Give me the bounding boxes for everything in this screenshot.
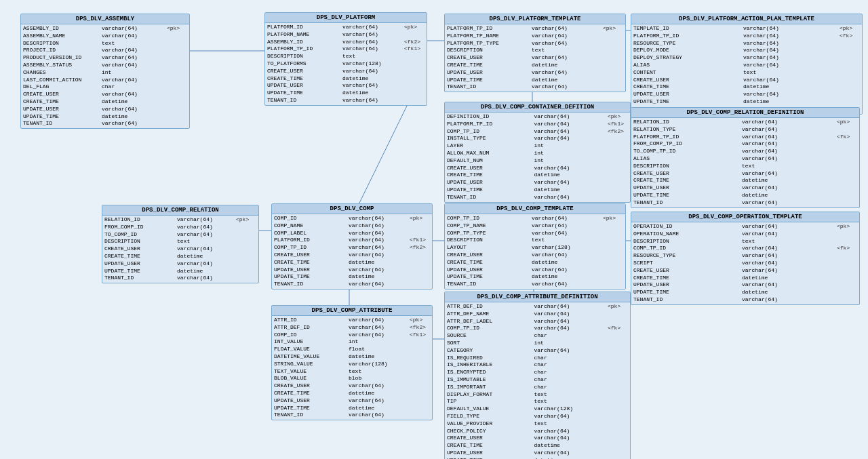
table-title-platform-template: DPS_DLV_PLATFORM_TEMPLATE xyxy=(445,14,625,24)
table-row: SCRIPTvarchar(64) xyxy=(633,260,857,267)
table-row: TENANT_IDvarchar(64) xyxy=(267,97,425,104)
table-row: DEFAULT_VALUEvarchar(128) xyxy=(447,405,628,413)
table-body-comp-attribute: ATTR_IDvarchar(64)<pk> ATTR_DEF_IDvarcha… xyxy=(272,316,432,420)
table-row: COMP_TP_IDvarchar(64)<fk> xyxy=(447,325,628,332)
table-row: CREATE_TIMEdatetime xyxy=(633,177,857,184)
table-row: CREATE_USERvarchar(64) xyxy=(633,77,860,84)
table-row: COMP_TP_IDvarchar(64)<fk2> xyxy=(274,244,430,252)
table-row: CREATE_USERvarchar(64) xyxy=(447,435,628,442)
table-body-comp-operation: OPERATION_IDvarchar(64)<pk> OPERATION_NA… xyxy=(631,222,859,304)
table-row: TO_COMP_TP_IDvarchar(64) xyxy=(633,148,857,155)
table-row: CREATE_TIMEdatetime xyxy=(633,275,857,282)
table-row: OPERATION_NAMEvarchar(64) xyxy=(633,231,857,238)
table-row: CREATE_TIMEdatetime xyxy=(274,390,430,397)
table-row: LAYOUTvarchar(128) xyxy=(447,244,623,252)
table-row: CREATE_TIMEdatetime xyxy=(633,83,860,91)
diagram-canvas: DPS_DLV_ASSEMBLY ASSEMBLY_IDvarchar(64)<… xyxy=(0,0,868,459)
table-row: DESCRIPTIONtext xyxy=(104,238,256,245)
table-row: OPERATION_IDvarchar(64)<pk> xyxy=(633,223,857,231)
table-row: ALIASvarchar(64) xyxy=(633,155,857,163)
table-body-assembly: ASSEMBLY_IDvarchar(64)<pk> ASSEMBLY_NAME… xyxy=(21,24,189,128)
table-row: CREATE_USERvarchar(64) xyxy=(23,91,187,98)
table-comp-template: DPS_DLV_COMP_TEMPLATE COMP_TP_IDvarchar(… xyxy=(444,203,626,290)
table-title-comp-relation: DPS_DLV_COMP_RELATION xyxy=(102,205,258,216)
table-assembly: DPS_DLV_ASSEMBLY ASSEMBLY_IDvarchar(64)<… xyxy=(20,14,190,129)
table-row: CONTENTtext xyxy=(633,69,860,77)
table-body-comp-template: COMP_TP_IDvarchar(64)<pk> COMP_TP_NAMEva… xyxy=(445,214,625,289)
table-comp-operation: DPS_DLV_COMP_OPERATION_TEMPLATE OPERATIO… xyxy=(631,212,860,305)
table-row: IS_IMPORTANTchar xyxy=(447,384,628,391)
table-body-comp-container: DEFINITION_IDvarchar(64)<pk> PLATFORM_TP… xyxy=(445,113,630,202)
table-row: TENANT_IDvarchar(64) xyxy=(633,199,857,207)
table-row: UPDATE_USERvarchar(64) xyxy=(104,260,256,268)
table-row: DESCRIPTIONtext xyxy=(447,237,623,244)
table-row: COMP_TP_TYPEvarchar(64) xyxy=(447,230,623,237)
table-platform-template: DPS_DLV_PLATFORM_TEMPLATE PLATFORM_TP_ID… xyxy=(444,14,626,92)
table-row: TENANT_IDvarchar(64) xyxy=(447,281,623,288)
table-title-comp-rel-def: DPS_DLV_COMP_RELATION_DEFINITION xyxy=(631,108,859,118)
table-title-platform: DPS_DLV_PLATFORM xyxy=(265,13,427,23)
table-row: CATEGORYvarchar(64) xyxy=(447,347,628,355)
table-platform: DPS_DLV_PLATFORM PLATFORM_IDvarchar(64)<… xyxy=(264,12,427,106)
table-comp-attr-def: DPS_DLV_COMP_ATTRIBUTE_DEFINITION ATTR_D… xyxy=(444,292,631,459)
table-comp: DPS_DLV_COMP COMP_IDvarchar(64)<pk> COMP… xyxy=(271,203,433,290)
table-row: PLATFORM_IDvarchar(64)<pk> xyxy=(267,24,425,31)
table-row: CREATE_USERvarchar(64) xyxy=(267,68,425,75)
table-row: IS_REQUIREDchar xyxy=(447,355,628,362)
table-row: CREATE_USERvarchar(64) xyxy=(274,382,430,390)
table-row: CREATE_USERvarchar(64) xyxy=(447,252,623,259)
table-row: BLOB_VALUEblob xyxy=(274,375,430,382)
table-body-platform: PLATFORM_IDvarchar(64)<pk> PLATFORM_NAME… xyxy=(265,23,427,105)
table-row: PROJECT_IDvarchar(64) xyxy=(23,47,187,54)
table-row: PLATFORM_TP_TYPEvarchar(64) xyxy=(447,40,623,47)
table-row: UPDATE_USERvarchar(64) xyxy=(633,184,857,192)
table-row: DEFAULT_NUMint xyxy=(447,157,628,165)
table-row: UPDATE_USERvarchar(64) xyxy=(633,281,857,289)
table-row: ASSEMBLY_STATUSvarchar(64) xyxy=(23,62,187,69)
table-title-comp-template: DPS_DLV_COMP_TEMPLATE xyxy=(445,204,625,214)
table-row: CREATE_TIMEdatetime xyxy=(104,253,256,260)
table-row: CHECK_POLICYvarchar(64) xyxy=(447,428,628,435)
table-row: TENANT_IDvarchar(64) xyxy=(104,275,256,282)
table-title-comp-attr-def: DPS_DLV_COMP_ATTRIBUTE_DEFINITION xyxy=(445,292,630,302)
table-row: CHANGESint xyxy=(23,69,187,77)
table-comp-relation: DPS_DLV_COMP_RELATION RELATION_IDvarchar… xyxy=(102,205,259,283)
table-row: CREATE_USERvarchar(64) xyxy=(447,165,628,172)
table-row: PLATFORM_TP_IDvarchar(64)<fk> xyxy=(633,33,860,40)
table-body-comp-attr-def: ATTR_DEF_IDvarchar(64)<pk> ATTR_DEF_NAME… xyxy=(445,302,630,459)
table-row: TENANT_IDvarchar(64) xyxy=(274,281,430,288)
table-row: PLATFORM_TP_NAMEvarchar(64) xyxy=(447,33,623,40)
table-row: UPDATE_USERvarchar(64) xyxy=(633,91,860,98)
table-row: TIPtext xyxy=(447,398,628,405)
table-row: UPDATE_TIMEdatetime xyxy=(267,89,425,97)
table-row: PLATFORM_TP_IDvarchar(64)<fk1> xyxy=(447,121,628,128)
table-row: DESCRIPTIONtext xyxy=(447,47,623,54)
table-row: CREATE_TIMEdatetime xyxy=(447,172,628,179)
table-title-comp: DPS_DLV_COMP xyxy=(272,204,432,214)
table-row: CREATE_TIMEdatetime xyxy=(447,62,623,69)
table-row: UPDATE_USERvarchar(64) xyxy=(23,106,187,113)
table-row: FROM_COMP_TP_IDvarchar(64) xyxy=(633,140,857,148)
table-title-comp-attribute: DPS_DLV_COMP_ATTRIBUTE xyxy=(272,306,432,316)
table-row: COMP_IDvarchar(64)<pk> xyxy=(274,215,430,222)
table-row: ASSEMBLY_NAMEvarchar(64) xyxy=(23,33,187,40)
table-row: LAYERint xyxy=(447,142,628,150)
table-row: TEMPLATE_IDvarchar(64)<pk> xyxy=(633,25,860,33)
table-row: UPDATE_TIMEdatetime xyxy=(23,113,187,121)
table-row: ASSEMBLY_IDvarchar(64)<pk> xyxy=(23,25,187,33)
table-row: ATTR_DEF_NAMEvarchar(64) xyxy=(447,311,628,318)
table-row: DEL_FLAGchar xyxy=(23,83,187,91)
table-row: CREATE_TIMEdatetime xyxy=(267,75,425,83)
table-row: COMP_TP_IDvarchar(64)<fk> xyxy=(633,245,857,252)
table-row: TEXT_VALUEtext xyxy=(274,368,430,376)
table-row: DATETIME_VALUEdatetime xyxy=(274,353,430,361)
table-row: DESCRIPTIONtext xyxy=(267,53,425,60)
table-row: TENANT_IDvarchar(64) xyxy=(274,412,430,419)
table-row: CREATE_USERvarchar(64) xyxy=(104,245,256,253)
table-title-comp-operation: DPS_DLV_COMP_OPERATION_TEMPLATE xyxy=(631,212,859,222)
table-row: UPDATE_TIMEdatetime xyxy=(447,77,623,84)
table-row: UPDATE_TIMEdatetime xyxy=(274,405,430,412)
table-row: IS_IMMUTABLEchar xyxy=(447,376,628,384)
table-row: LAST_COMMIT_ACTIONvarchar(64) xyxy=(23,77,187,84)
table-row: INT_VALUEint xyxy=(274,338,430,346)
